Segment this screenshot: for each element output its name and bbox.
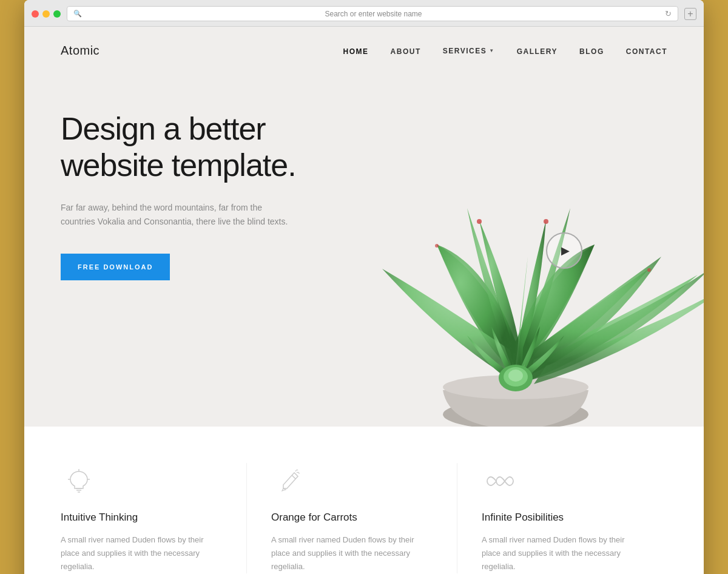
address-text: Search or enter website name bbox=[86, 10, 661, 18]
svg-point-7 bbox=[647, 268, 651, 272]
feature-icon-3 bbox=[482, 463, 518, 499]
navigation: Atomic HOME ABOUT SERVICES ▼ GALLERY BLO… bbox=[24, 27, 704, 75]
hero-section: Design a better website template. Far fa… bbox=[24, 75, 704, 427]
svg-point-6 bbox=[544, 219, 548, 224]
feature-icon-1 bbox=[61, 463, 97, 499]
refresh-icon[interactable]: ↻ bbox=[665, 9, 672, 18]
hero-title: Design a better website template. bbox=[61, 111, 352, 184]
site-logo[interactable]: Atomic bbox=[61, 44, 99, 58]
hero-plant-image bbox=[309, 75, 704, 427]
traffic-lights bbox=[32, 10, 61, 18]
minimize-button[interactable] bbox=[42, 10, 50, 18]
cta-button[interactable]: FREE DOWNLOAD bbox=[61, 254, 170, 280]
svg-point-9 bbox=[435, 244, 439, 248]
nav-links: HOME ABOUT SERVICES ▼ GALLERY BLOG CONTA… bbox=[343, 46, 667, 56]
play-icon: ▶ bbox=[561, 244, 570, 257]
svg-point-4 bbox=[508, 370, 523, 382]
search-icon: 🔍 bbox=[73, 10, 82, 18]
feature-icon-2 bbox=[271, 463, 308, 499]
hero-content: Design a better website template. Far fa… bbox=[61, 111, 352, 280]
maximize-button[interactable] bbox=[53, 10, 61, 18]
dropdown-arrow-icon: ▼ bbox=[489, 48, 494, 53]
feature-desc-2: A small river named Duden flows by their… bbox=[271, 533, 433, 573]
feature-item-1: Intuitive Thinking A small river named D… bbox=[61, 463, 247, 573]
nav-contact[interactable]: CONTACT bbox=[626, 47, 667, 56]
play-button[interactable]: ▶ bbox=[546, 232, 582, 269]
nav-blog[interactable]: BLOG bbox=[579, 47, 604, 56]
feature-item-2: Orange for Carrots A small river named D… bbox=[271, 463, 457, 573]
nav-gallery[interactable]: GALLERY bbox=[517, 47, 558, 56]
feature-item-3: Infinite Posibilities A small river name… bbox=[482, 463, 667, 573]
website-content: Atomic HOME ABOUT SERVICES ▼ GALLERY BLO… bbox=[24, 27, 704, 574]
browser-chrome: 🔍 Search or enter website name ↻ + bbox=[24, 0, 704, 27]
nav-about[interactable]: ABOUT bbox=[391, 47, 421, 56]
feature-title-2: Orange for Carrots bbox=[271, 512, 433, 524]
browser-window: 🔍 Search or enter website name ↻ + Atomi… bbox=[24, 0, 704, 574]
address-bar[interactable]: 🔍 Search or enter website name ↻ bbox=[67, 6, 678, 21]
nav-services[interactable]: SERVICES ▼ bbox=[443, 47, 495, 55]
svg-line-16 bbox=[292, 475, 295, 479]
nav-home[interactable]: HOME bbox=[343, 47, 369, 56]
features-section: Intuitive Thinking A small river named D… bbox=[24, 427, 704, 574]
feature-title-1: Intuitive Thinking bbox=[61, 512, 222, 524]
new-tab-button[interactable]: + bbox=[684, 8, 696, 20]
feature-title-3: Infinite Posibilities bbox=[482, 512, 643, 524]
feature-desc-1: A small river named Duden flows by their… bbox=[61, 533, 222, 573]
svg-point-5 bbox=[477, 219, 482, 224]
feature-desc-3: A small river named Duden flows by their… bbox=[482, 533, 643, 573]
close-button[interactable] bbox=[32, 10, 39, 18]
hero-subtitle: Far far away, behind the word mountains,… bbox=[61, 201, 291, 230]
